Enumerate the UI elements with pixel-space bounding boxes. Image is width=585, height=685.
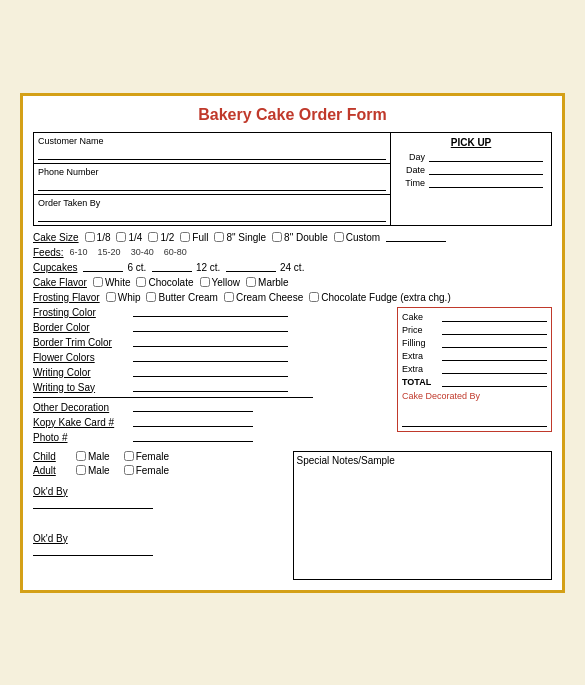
child-male: Male [76, 451, 110, 462]
extra2-label: Extra [402, 364, 442, 374]
filling-input[interactable] [442, 338, 547, 348]
cupcakes-blank2[interactable] [152, 262, 192, 272]
child-female-checkbox[interactable] [124, 451, 134, 461]
flavor-white-checkbox[interactable] [93, 277, 103, 287]
cake-price-input[interactable] [442, 312, 547, 322]
writing-to-say-input[interactable] [133, 382, 288, 392]
writing-color-row: Writing Color [33, 367, 389, 378]
child-male-checkbox[interactable] [76, 451, 86, 461]
size-full-label: Full [192, 232, 208, 243]
border-color-input[interactable] [133, 322, 288, 332]
other-decoration-input[interactable] [133, 402, 253, 412]
time-input[interactable] [429, 178, 543, 188]
size-1-8-checkbox[interactable] [85, 232, 95, 242]
cake-price-row: Cake [402, 312, 547, 322]
flower-colors-label: Flower Colors [33, 352, 133, 363]
pickup-section: PICK UP Day Date Time [391, 133, 551, 225]
frosting-flavor-row: Frosting Flavor Whip Butter Cream Cream … [33, 292, 552, 303]
frosting-color-row: Frosting Color [33, 307, 389, 318]
frost-cream-cheese-checkbox[interactable] [224, 292, 234, 302]
size-1-4: 1/4 [116, 232, 142, 243]
frost-choc-fudge-checkbox[interactable] [309, 292, 319, 302]
size-custom-label: Custom [346, 232, 380, 243]
customer-name-label: Customer Name [38, 136, 386, 146]
cupcakes-6ct: 6 ct. [127, 262, 146, 273]
photo-input[interactable] [133, 432, 253, 442]
adult-female: Female [124, 465, 169, 476]
size-full-checkbox[interactable] [180, 232, 190, 242]
date-label: Date [395, 165, 425, 175]
cupcakes-blank3[interactable] [226, 262, 276, 272]
child-row: Child Male Female [33, 451, 285, 462]
adult-male-checkbox[interactable] [76, 465, 86, 475]
adult-female-checkbox[interactable] [124, 465, 134, 475]
phone-input[interactable] [38, 179, 386, 191]
okd-label-1: Ok'd By [33, 486, 285, 497]
size-8-single-checkbox[interactable] [214, 232, 224, 242]
order-taken-input[interactable] [38, 210, 386, 222]
total-input[interactable] [442, 377, 547, 387]
writing-color-input[interactable] [133, 367, 288, 377]
feeds-ranges: 6-10 15-20 30-40 60-80 [70, 247, 187, 257]
frost-choc-fudge-label: Chocolate Fudge (extra chg.) [321, 292, 451, 303]
size-8-double-checkbox[interactable] [272, 232, 282, 242]
time-label: Time [395, 178, 425, 188]
size-1-4-checkbox[interactable] [116, 232, 126, 242]
phone-row: Phone Number [34, 164, 390, 195]
frost-cream-cheese: Cream Cheese [224, 292, 303, 303]
flavor-yellow-label: Yellow [212, 277, 241, 288]
adult-female-label: Female [136, 465, 169, 476]
date-input[interactable] [429, 165, 543, 175]
extra1-input[interactable] [442, 351, 547, 361]
kopy-kake-input[interactable] [133, 417, 253, 427]
price-row: Price [402, 325, 547, 335]
frost-butter: Butter Cream [146, 292, 217, 303]
day-input[interactable] [429, 152, 543, 162]
size-8-single-label: 8" Single [226, 232, 266, 243]
okd-row-2: Ok'd By [33, 533, 285, 556]
decorated-by-input[interactable] [402, 417, 547, 427]
frost-whip-checkbox[interactable] [106, 292, 116, 302]
okd-input-1[interactable] [33, 499, 153, 509]
cake-flavor-row: Cake Flavor White Chocolate Yellow Marbl… [33, 277, 552, 288]
size-custom-checkbox[interactable] [334, 232, 344, 242]
flavor-chocolate-checkbox[interactable] [136, 277, 146, 287]
flavor-yellow: Yellow [200, 277, 241, 288]
frosting-color-input[interactable] [133, 307, 288, 317]
writing-to-say-label: Writing to Say [33, 382, 133, 393]
size-8-double-label: 8" Double [284, 232, 328, 243]
child-label: Child [33, 451, 68, 462]
frost-butter-checkbox[interactable] [146, 292, 156, 302]
okd-section-1: Ok'd By Ok'd By [33, 486, 285, 556]
extra2-input[interactable] [442, 364, 547, 374]
order-taken-label: Order Taken By [38, 198, 386, 208]
frost-cream-cheese-label: Cream Cheese [236, 292, 303, 303]
flavor-marble-checkbox[interactable] [246, 277, 256, 287]
price-input[interactable] [442, 325, 547, 335]
cupcakes-blank1[interactable] [83, 262, 123, 272]
date-row: Date [395, 165, 547, 175]
flavor-marble: Marble [246, 277, 289, 288]
flavor-chocolate: Chocolate [136, 277, 193, 288]
feeds-range-3: 30-40 [131, 247, 154, 257]
adult-male-label: Male [88, 465, 110, 476]
cake-flavor-label: Cake Flavor [33, 277, 87, 288]
size-1-2: 1/2 [148, 232, 174, 243]
gender-and-okd: Child Male Female Adult Male [33, 451, 285, 580]
flavor-yellow-checkbox[interactable] [200, 277, 210, 287]
frosting-color-label: Frosting Color [33, 307, 133, 318]
adult-label: Adult [33, 465, 68, 476]
customer-name-input[interactable] [38, 148, 386, 160]
flavor-chocolate-label: Chocolate [148, 277, 193, 288]
size-custom-input[interactable] [386, 232, 446, 242]
size-1-2-checkbox[interactable] [148, 232, 158, 242]
frosting-flavor-label: Frosting Flavor [33, 292, 100, 303]
frost-butter-label: Butter Cream [158, 292, 217, 303]
border-trim-color-input[interactable] [133, 337, 288, 347]
okd-input-2[interactable] [33, 546, 153, 556]
flower-colors-input[interactable] [133, 352, 288, 362]
okd-row-1: Ok'd By [33, 486, 285, 509]
filling-label: Filling [402, 338, 442, 348]
day-label: Day [395, 152, 425, 162]
price-label: Price [402, 325, 442, 335]
